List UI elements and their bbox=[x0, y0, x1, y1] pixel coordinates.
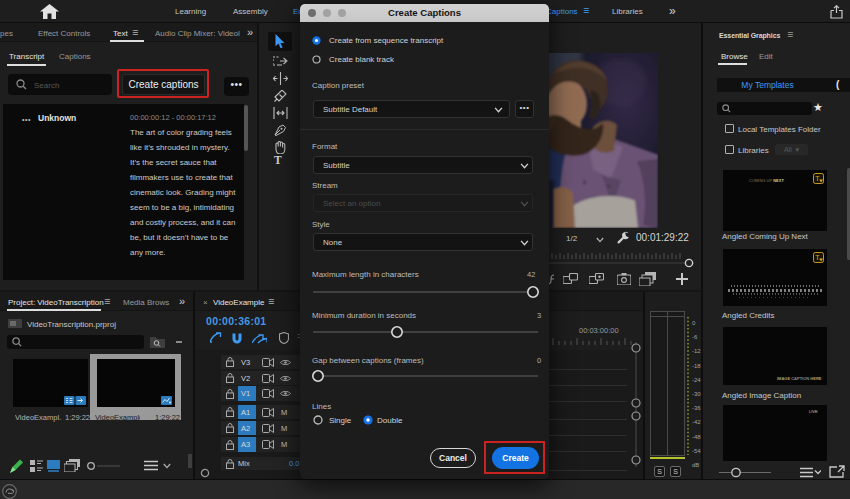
svg-text:T: T bbox=[815, 175, 820, 182]
svg-text:T: T bbox=[815, 254, 820, 261]
